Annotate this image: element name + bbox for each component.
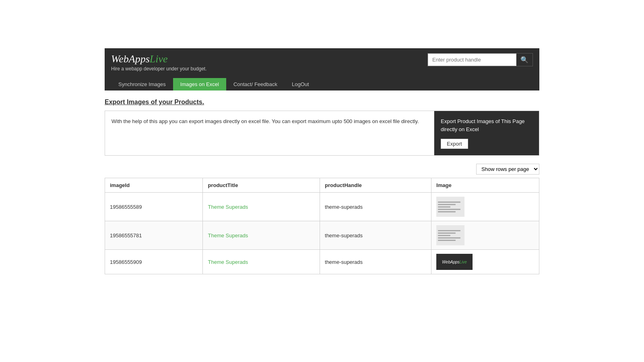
cell-imageid: 19586555909 <box>105 250 203 274</box>
rows-per-page-bar: Show rows per page 10 25 50 100 <box>105 164 539 175</box>
brand-tagline: Hire a webapp developer under your budge… <box>111 66 207 72</box>
img-line <box>438 230 460 231</box>
table-body: 19586555589 Theme Superads theme-superad… <box>105 193 539 274</box>
search-button[interactable]: 🔍 <box>516 53 533 66</box>
table-row: 19586555589 Theme Superads theme-superad… <box>105 193 539 221</box>
col-imageid: imageId <box>105 178 203 193</box>
panel-right-text: Export Product Images of This Page direc… <box>441 117 533 133</box>
img-line <box>438 206 450 208</box>
brand-area: WebAppsLive Hire a webapp developer unde… <box>111 53 207 72</box>
cell-producthandle: theme-superads <box>320 193 431 221</box>
image-thumbnail <box>436 197 464 217</box>
rows-per-page-select[interactable]: Show rows per page 10 25 50 100 <box>476 164 539 175</box>
cell-producttitle: Theme Superads <box>203 193 320 221</box>
cell-imageid: 19586555781 <box>105 221 203 250</box>
cell-image <box>431 221 539 250</box>
img-line <box>438 237 460 239</box>
search-area: 🔍 <box>427 53 533 66</box>
info-panel-left: With the help of this app you can export… <box>105 111 434 155</box>
nav-tab-synchronize[interactable]: Synchronize Images <box>111 78 173 90</box>
image-thumbnail <box>436 225 464 245</box>
export-button[interactable]: Export <box>441 139 468 149</box>
col-producthandle: productHandle <box>320 178 431 193</box>
cell-producthandle: theme-superads <box>320 221 431 250</box>
img-line <box>438 211 455 212</box>
cell-producthandle: theme-superads <box>320 250 431 274</box>
table-header: imageId productTitle productHandle Image <box>105 178 539 193</box>
table-header-row: imageId productTitle productHandle Image <box>105 178 539 193</box>
nav-tab-logout[interactable]: LogOut <box>285 78 316 90</box>
navbar-top: WebAppsLive Hire a webapp developer unde… <box>111 53 533 76</box>
nav-tabs: Synchronize Images Images on Excel Conta… <box>111 78 533 90</box>
image-thumbnail-dark: WebAppsLive <box>436 254 473 270</box>
img-dark-text: WebAppsLive <box>442 260 467 264</box>
brand-logo: WebAppsLive <box>111 53 207 65</box>
col-image: Image <box>431 178 539 193</box>
nav-tab-contact[interactable]: Contact/ Feedback <box>226 78 285 90</box>
info-panel: With the help of this app you can export… <box>105 111 539 156</box>
img-line <box>438 204 455 205</box>
nav-tab-images-on-excel[interactable]: Images on Excel <box>173 78 226 90</box>
info-text: With the help of this app you can export… <box>111 117 427 125</box>
cell-image <box>431 193 539 221</box>
table-row: 19586555781 Theme Superads theme-superad… <box>105 221 539 250</box>
cell-image: WebAppsLive <box>431 250 539 274</box>
info-panel-right: Export Product Images of This Page direc… <box>434 111 539 155</box>
cell-imageid: 19586555589 <box>105 193 203 221</box>
navbar: WebAppsLive Hire a webapp developer unde… <box>105 48 539 90</box>
cell-producttitle: Theme Superads <box>203 250 320 274</box>
search-box-wrapper: 🔍 <box>427 53 533 66</box>
img-line <box>438 209 460 210</box>
cell-producttitle: Theme Superads <box>203 221 320 250</box>
data-table: imageId productTitle productHandle Image… <box>105 178 539 274</box>
brand-name-part2: Live <box>150 53 168 65</box>
img-line <box>438 202 460 203</box>
img-line <box>438 240 455 241</box>
img-line <box>438 232 455 234</box>
brand-name-part1: WebApps <box>111 53 150 65</box>
main-content: Export Images of your Products. With the… <box>105 90 539 282</box>
search-input[interactable] <box>428 53 516 66</box>
page-title: Export Images of your Products. <box>105 99 539 106</box>
col-producttitle: productTitle <box>203 178 320 193</box>
img-line <box>438 235 450 236</box>
table-row: 19586555909 Theme Superads theme-superad… <box>105 250 539 274</box>
